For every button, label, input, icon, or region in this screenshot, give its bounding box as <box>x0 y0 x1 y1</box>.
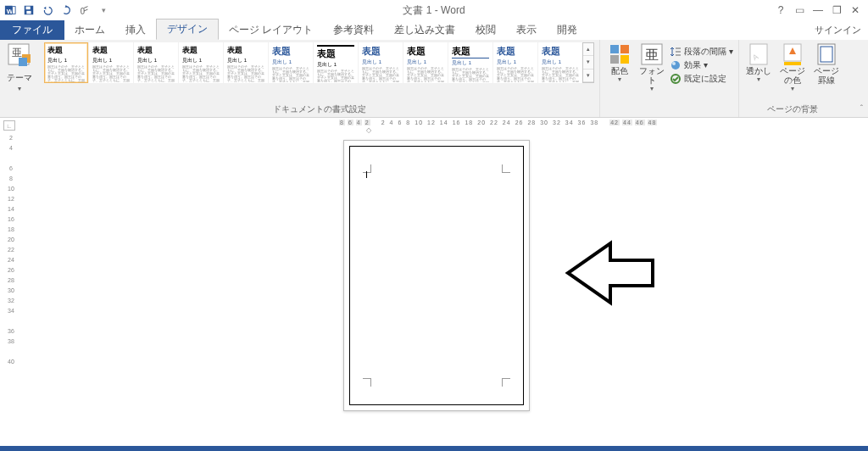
style-thumb[interactable]: 表題見出し 1国王はその子、王子とともに、王国を統治する。王子と王女は、王国の未… <box>359 42 403 83</box>
watermark-button[interactable]: A 透かし ▾ <box>744 42 773 83</box>
title-bar: W ▾ 文書 1 - Word ? ▭ — ❐ ✕ <box>0 0 868 20</box>
ribbon-group-page-background: A 透かし ▾ ページの色 ▾ ページ 罫線 ページの背景 <box>739 40 846 117</box>
svg-text:亜: 亜 <box>12 47 22 58</box>
touch-mode-icon[interactable] <box>76 2 93 19</box>
themes-label: テーマ <box>7 72 32 84</box>
close-icon[interactable]: ✕ <box>848 4 863 16</box>
document-title: 文書 1 - Word <box>403 3 465 18</box>
colors-label: 配色 <box>611 66 628 75</box>
style-thumb[interactable]: 表題見出し 1国王はその子、王子とともに、王国を統治する。王子と王女は、王国の未… <box>493 42 537 83</box>
svg-rect-11 <box>610 45 619 53</box>
style-thumb[interactable]: 表題見出し 1国王はその子、王子とともに、王国を統治する。王子と王女は、王国の未… <box>134 42 178 83</box>
effects-button[interactable]: 効果 ▾ <box>670 59 733 71</box>
ruler-scale: 8642246810121416182022242628303234363842… <box>339 120 657 125</box>
chevron-down-icon: ▾ <box>791 85 794 92</box>
tab-review[interactable]: 校閲 <box>465 20 506 40</box>
themes-button[interactable]: 亜 テーマ ▾ <box>5 42 34 92</box>
window-controls: ? ▭ — ❐ ✕ <box>773 4 868 16</box>
fonts-button[interactable]: 亜 フォント ▾ <box>637 42 666 92</box>
chevron-down-icon: ▾ <box>757 75 760 83</box>
style-thumb[interactable]: 表題見出し 1国王はその子、王子とともに、王国を統治する。王子と王女は、王国の未… <box>44 42 88 83</box>
formatting-options: 段落の間隔 ▾ 効果 ▾ 既定に設定 <box>670 42 733 85</box>
collapse-ribbon-icon[interactable]: ˆ <box>860 104 863 114</box>
quick-access-toolbar: W ▾ <box>0 2 112 19</box>
tab-page-layout[interactable]: ページ レイアウト <box>219 20 323 40</box>
svg-rect-14 <box>620 55 629 64</box>
style-thumb[interactable]: 表題見出し 1国王はその子、王子とともに、王国を統治する。王子と王女は、王国の未… <box>179 42 223 83</box>
margin-marker-icon <box>502 378 510 387</box>
page-border-label-2: 罫線 <box>818 75 835 85</box>
style-thumb[interactable]: 表題見出し 1国王はその子、王子とともに、王国を統治する。王子と王女は、王国の未… <box>538 42 582 83</box>
tab-selector[interactable]: ∟ <box>3 120 15 131</box>
chevron-down-icon: ▾ <box>618 75 621 83</box>
svg-rect-2 <box>13 7 16 14</box>
svg-point-18 <box>672 62 676 65</box>
watermark-label: 透かし <box>746 66 771 75</box>
ribbon-group-formatting: 表題見出し 1国王はその子、王子とともに、王国を統治する。王子と王女は、王国の未… <box>39 40 600 117</box>
formatting-group-label: ドキュメントの書式設定 <box>44 103 594 115</box>
margin-marker-icon <box>363 378 371 387</box>
style-thumb[interactable]: 表題見出し 1国王はその子、王子とともに、王国を統治する。王子と王女は、王国の未… <box>89 42 133 83</box>
page-background-group-label: ページの背景 <box>744 103 841 115</box>
style-thumb[interactable]: 表題見出し 1国王はその子、王子とともに、王国を統治する。王子と王女は、王国の未… <box>314 42 358 83</box>
chevron-down-icon: ▾ <box>650 85 654 92</box>
annotation-arrow-icon <box>559 235 661 311</box>
page-color-button[interactable]: ページの色 ▾ <box>778 42 807 92</box>
tab-file[interactable]: ファイル <box>0 20 64 40</box>
chevron-down-icon: ▾ <box>18 85 21 92</box>
page-border-button[interactable]: ページ 罫線 <box>812 42 841 85</box>
svg-rect-4 <box>26 7 31 10</box>
paragraph-spacing-button[interactable]: 段落の間隔 ▾ <box>670 46 733 58</box>
ribbon-tabs: ファイル ホーム 挿入 デザイン ページ レイアウト 参考資料 差し込み文書 校… <box>0 20 868 40</box>
set-default-button[interactable]: 既定に設定 <box>670 73 733 85</box>
tab-insert[interactable]: 挿入 <box>115 20 156 40</box>
document-page[interactable] <box>343 140 530 411</box>
style-gallery[interactable]: 表題見出し 1国王はその子、王子とともに、王国を統治する。王子と王女は、王国の未… <box>44 42 582 83</box>
horizontal-ruler[interactable]: ∟ 86422468101214161820222426283032343638… <box>0 118 868 133</box>
svg-rect-23 <box>784 62 801 65</box>
svg-rect-10 <box>19 58 27 66</box>
word-icon[interactable]: W <box>2 2 19 19</box>
ribbon-group-themes: 亜 テーマ ▾ <box>0 40 39 117</box>
style-thumb[interactable]: 表題見出し 1国王はその子、王子とともに、王国を統治する。王子と王女は、王国の未… <box>269 42 313 83</box>
minimize-icon[interactable]: — <box>810 4 826 16</box>
undo-icon[interactable] <box>39 2 56 19</box>
qat-more-icon[interactable]: ▾ <box>95 2 112 19</box>
svg-point-17 <box>671 61 680 70</box>
svg-rect-12 <box>620 45 629 53</box>
style-thumb[interactable]: 表題見出し 1国王はその子、王子とともに、王国を統治する。王子と王女は、王国の未… <box>403 42 448 83</box>
style-thumb[interactable]: 表題見出し 1国王はその子、王子とともに、王国を統治する。王子と王女は、王国の未… <box>448 42 492 83</box>
restore-icon[interactable]: ❐ <box>829 4 844 16</box>
page-border-label-1: ページ <box>814 66 839 75</box>
status-bar[interactable] <box>0 446 868 451</box>
page-color-label: ページの色 <box>778 66 807 85</box>
fonts-label: フォント <box>637 66 666 85</box>
tab-developer[interactable]: 開発 <box>547 20 587 40</box>
help-icon[interactable]: ? <box>773 4 788 16</box>
svg-rect-6 <box>81 8 85 14</box>
svg-rect-13 <box>610 55 619 64</box>
colors-button[interactable]: 配色 ▾ <box>605 42 634 83</box>
redo-icon[interactable] <box>58 2 75 19</box>
gallery-more-button[interactable]: ▴▾▾ <box>582 42 594 83</box>
tab-design[interactable]: デザイン <box>156 19 219 40</box>
document-area: 246810121416182022242628303234363840 <box>0 133 868 446</box>
ribbon-display-icon[interactable]: ▭ <box>792 4 807 16</box>
margin-marker-icon <box>363 164 371 173</box>
svg-rect-5 <box>26 11 31 14</box>
text-cursor <box>366 171 367 178</box>
vertical-ruler[interactable]: 246810121416182022242628303234363840 <box>3 133 19 367</box>
sign-in-link[interactable]: サインイン <box>808 20 868 40</box>
tab-view[interactable]: 表示 <box>506 20 547 40</box>
ribbon-group-colors-fonts-opts: 配色 ▾ 亜 フォント ▾ 段落の間隔 ▾ 効果 ▾ 既定に設定 <box>600 40 738 117</box>
tab-mailings[interactable]: 差し込み文書 <box>384 20 465 40</box>
page-border-preview <box>349 146 524 405</box>
style-thumb[interactable]: 表題見出し 1国王はその子、王子とともに、王国を統治する。王子と王女は、王国の未… <box>224 42 268 83</box>
save-icon[interactable] <box>20 2 37 19</box>
margin-marker-icon <box>502 164 510 173</box>
tab-home[interactable]: ホーム <box>64 20 115 40</box>
ribbon: 亜 テーマ ▾ 表題見出し 1国王はその子、王子とともに、王国を統治する。王子と… <box>0 40 868 118</box>
svg-text:亜: 亜 <box>645 47 659 62</box>
tab-references[interactable]: 参考資料 <box>323 20 384 40</box>
